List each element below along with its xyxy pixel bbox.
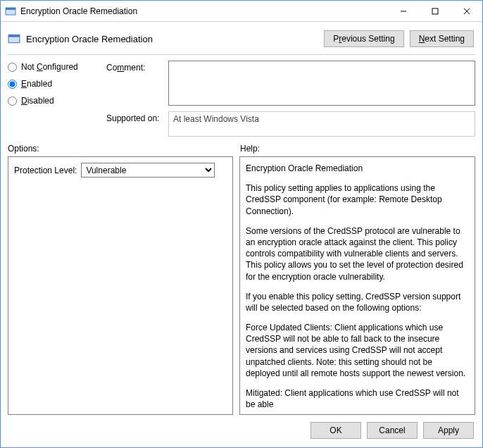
help-p: If you enable this policy setting, CredS… bbox=[246, 291, 466, 313]
section-labels: Options: Help: bbox=[1, 137, 482, 156]
next-setting-button[interactable]: Next Setting bbox=[410, 30, 474, 47]
protection-level-select[interactable]: Force Updated ClientsMitigatedVulnerable bbox=[81, 163, 215, 178]
radio-not-configured-input[interactable] bbox=[8, 63, 17, 72]
help-panel: Encryption Oracle Remediation This polic… bbox=[239, 156, 475, 415]
footer: OK Cancel Apply bbox=[1, 415, 482, 447]
comment-label: Comment: bbox=[106, 61, 163, 73]
svg-rect-1 bbox=[6, 8, 15, 10]
config-row: Not Configured Enabled Disabled Comment:… bbox=[1, 61, 482, 137]
radio-not-configured[interactable]: Not Configured bbox=[8, 62, 106, 72]
window-title: Encryption Oracle Remediation bbox=[20, 6, 387, 16]
radio-disabled-input[interactable] bbox=[8, 97, 17, 106]
radio-label: Enabled bbox=[21, 79, 52, 89]
ok-button[interactable]: OK bbox=[310, 422, 361, 439]
help-p: Force Updated Clients: Client applicatio… bbox=[246, 322, 466, 379]
divider bbox=[8, 54, 475, 55]
comment-textarea[interactable] bbox=[168, 61, 475, 106]
policy-icon bbox=[8, 32, 20, 45]
maximize-icon bbox=[432, 8, 439, 15]
window-buttons bbox=[387, 1, 482, 21]
help-p: Some versions of the CredSSP protocol ar… bbox=[246, 225, 466, 282]
apply-button[interactable]: Apply bbox=[423, 422, 474, 439]
titlebar: Encryption Oracle Remediation bbox=[1, 1, 482, 22]
state-radios: Not Configured Enabled Disabled bbox=[8, 61, 106, 137]
radio-disabled[interactable]: Disabled bbox=[8, 96, 106, 106]
minimize-icon bbox=[400, 8, 407, 15]
help-p: Encryption Oracle Remediation bbox=[246, 163, 466, 174]
supported-textarea: At least Windows Vista bbox=[168, 111, 475, 137]
close-button[interactable] bbox=[451, 1, 482, 21]
radio-enabled-input[interactable] bbox=[8, 80, 17, 89]
comment-row: Comment: bbox=[106, 61, 475, 106]
fields-col: Comment: Supported on: At least Windows … bbox=[106, 61, 475, 137]
options-panel: Protection Level: Force Updated ClientsM… bbox=[8, 156, 233, 415]
cancel-button[interactable]: Cancel bbox=[367, 422, 418, 439]
dialog-window: Encryption Oracle Remediation Encryption… bbox=[0, 0, 483, 448]
previous-setting-button[interactable]: Previous Setting bbox=[324, 30, 403, 47]
svg-rect-7 bbox=[8, 35, 20, 37]
options-label: Options: bbox=[8, 144, 233, 154]
header-row: Encryption Oracle Remediation Previous S… bbox=[1, 22, 482, 50]
maximize-button[interactable] bbox=[419, 1, 451, 21]
protection-label: Protection Level: bbox=[14, 166, 77, 175]
close-icon bbox=[463, 8, 470, 15]
help-p: Mitigated: Client applications which use… bbox=[246, 387, 466, 409]
window-icon bbox=[5, 6, 16, 17]
svg-rect-3 bbox=[432, 8, 438, 14]
protection-row: Protection Level: Force Updated ClientsM… bbox=[14, 163, 227, 178]
panels: Protection Level: Force Updated ClientsM… bbox=[1, 156, 482, 415]
minimize-button[interactable] bbox=[387, 1, 419, 21]
help-text[interactable]: Encryption Oracle Remediation This polic… bbox=[246, 163, 469, 409]
radio-label: Not Configured bbox=[21, 62, 78, 72]
nav-buttons: Previous Setting Next Setting bbox=[324, 30, 474, 47]
help-label: Help: bbox=[240, 144, 475, 154]
supported-row: Supported on: At least Windows Vista bbox=[106, 111, 475, 137]
radio-enabled[interactable]: Enabled bbox=[8, 79, 106, 89]
supported-label: Supported on: bbox=[106, 111, 163, 123]
policy-title: Encryption Oracle Remediation bbox=[26, 34, 318, 44]
help-p: This policy setting applies to applicati… bbox=[246, 182, 466, 217]
radio-label: Disabled bbox=[21, 96, 54, 106]
